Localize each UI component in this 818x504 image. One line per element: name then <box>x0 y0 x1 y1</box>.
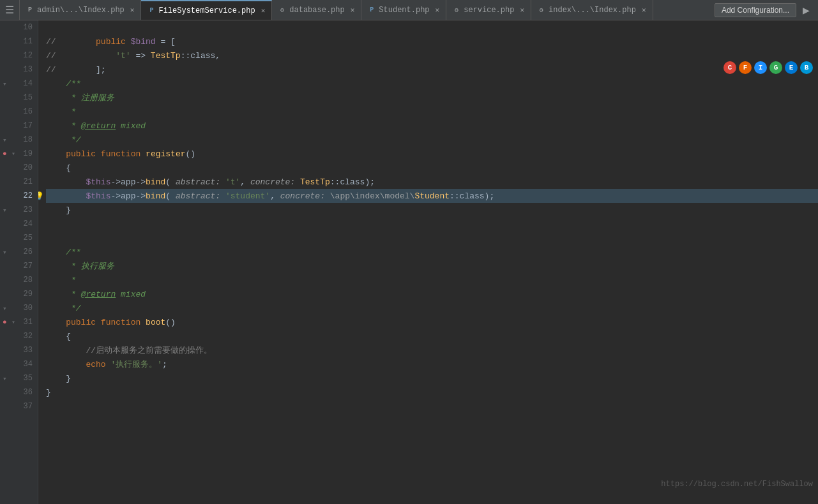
code-line-37 <box>46 399 818 413</box>
google-icon[interactable]: G <box>769 61 782 74</box>
line-number-25: 25 <box>0 231 38 245</box>
code-line-18: */ <box>46 133 818 147</box>
code-line-17: * @return mixed <box>46 119 818 133</box>
line-number-26: ▾ 26 <box>0 245 38 259</box>
sidebar-toggle[interactable]: ☰ <box>0 0 20 20</box>
tab-admin-index[interactable]: P admin\...\Index.php ✕ <box>20 0 141 20</box>
fold-icon-19[interactable]: ▾ <box>11 150 15 158</box>
tab-close-student[interactable]: ✕ <box>436 6 440 14</box>
line-number-17: 17 <box>0 119 38 133</box>
code-line-21: $this->app->bind( abstract: 't', concret… <box>46 175 818 189</box>
line-number-12: 12 <box>0 48 38 63</box>
tab-bar: ☰ P admin\...\Index.php ✕ P FileSystemSe… <box>0 0 653 20</box>
fold-icon-18[interactable]: ▾ <box>3 136 7 144</box>
watermark: https://blog.csdn.net/FishSwallow <box>661 480 813 489</box>
code-line-30: */ <box>46 301 818 315</box>
line-number-15: 15 <box>0 91 38 105</box>
line-number-23: ▾ 23 <box>0 203 38 217</box>
line-number-10: 10 <box>0 20 38 34</box>
code-line-24 <box>46 217 818 231</box>
line-number-11: 11 <box>0 34 38 48</box>
code-line-36: } <box>46 385 818 399</box>
code-line-12: // 't' => TestTp::class, <box>46 48 818 63</box>
tab-student[interactable]: P Student.php ✕ <box>361 0 446 20</box>
fold-icon-31[interactable]: ▾ <box>11 318 15 326</box>
tab-close-filesystem[interactable]: ✕ <box>261 6 266 15</box>
line-number-16: 16 <box>0 105 38 119</box>
code-line-15: * 注册服务 <box>46 91 818 105</box>
code-line-13: // ]; <box>46 63 818 77</box>
code-line-16: * <box>46 105 818 119</box>
code-line-20: { <box>46 161 818 175</box>
line-number-33: 33 <box>0 343 38 357</box>
code-line-22: 💡 $this->app->bind( abstract: 'student',… <box>46 189 818 203</box>
line-number-34: 34 <box>0 357 38 371</box>
top-bar: ☰ P admin\...\Index.php ✕ P FileSystemSe… <box>0 0 818 20</box>
code-line-26: /** <box>46 245 818 259</box>
php-icon: ⚙ <box>538 6 545 14</box>
tab-close-database[interactable]: ✕ <box>351 6 355 14</box>
editor: 10 11 12 13 ▾ 14 15 16 17 ▾ 18 ● ▾ 19 20… <box>0 20 818 504</box>
code-line-31: public function boot() <box>46 315 818 329</box>
code-editor[interactable]: // public $bind = [ // 't' => TestTp::cl… <box>38 20 818 504</box>
code-line-32: { <box>46 329 818 343</box>
line-number-35: ▾ 35 <box>0 371 38 385</box>
line-number-gutter: 10 11 12 13 ▾ 14 15 16 17 ▾ 18 ● ▾ 19 20… <box>0 20 38 504</box>
code-line-29: * @return mixed <box>46 287 818 301</box>
code-line-19: public function register() <box>46 147 818 161</box>
line-number-18: ▾ 18 <box>0 133 38 147</box>
fold-icon-23[interactable]: ▾ <box>3 206 7 214</box>
line-number-24: 24 <box>0 217 38 231</box>
line-number-21: 21 <box>0 175 38 189</box>
tab-close-index2[interactable]: ✕ <box>642 6 646 14</box>
tab-close-service[interactable]: ✕ <box>520 6 524 14</box>
code-line-10 <box>46 20 818 34</box>
line-number-20: 20 <box>0 161 38 175</box>
line-number-19: ● ▾ 19 <box>0 147 38 161</box>
tab-service[interactable]: ⚙ service.php ✕ <box>446 0 531 20</box>
php-icon: ⚙ <box>453 6 460 14</box>
toolbar-right: Add Configuration... ▶ <box>715 3 818 17</box>
line-number-36: 36 <box>0 385 38 399</box>
code-line-27: * 执行服务 <box>46 259 818 273</box>
tab-close-admin[interactable]: ✕ <box>130 6 135 14</box>
line-number-30: ▾ 30 <box>0 301 38 315</box>
code-line-14: /** <box>46 77 818 91</box>
fold-icon-35[interactable]: ▾ <box>3 374 7 383</box>
edge-icon[interactable]: E <box>785 61 798 74</box>
line-number-14: ▾ 14 <box>0 77 38 91</box>
code-line-33: //启动本服务之前需要做的操作。 <box>46 343 818 357</box>
php-icon: P <box>148 7 155 15</box>
ie-icon[interactable]: I <box>754 61 767 74</box>
browser-extra-icon[interactable]: B <box>800 61 813 74</box>
browser-icons-panel: C F I G E B <box>723 61 813 74</box>
code-line-35: } <box>46 371 818 385</box>
code-line-25 <box>46 231 818 245</box>
line-number-29: 29 <box>0 287 38 301</box>
line-number-27: 27 <box>0 259 38 273</box>
code-line-34: echo '执行服务。'; <box>46 357 818 371</box>
php-icon: P <box>26 6 34 14</box>
breakpoint-31[interactable]: ● <box>3 318 7 326</box>
fold-icon-26[interactable]: ▾ <box>3 248 7 256</box>
code-line-28: * <box>46 273 818 287</box>
tab-filesystem[interactable]: P FileSystemService.php ✕ <box>141 0 272 20</box>
lightbulb-icon[interactable]: 💡 <box>38 191 44 201</box>
code-line-11: // public $bind = [ <box>46 34 818 48</box>
fold-icon-30[interactable]: ▾ <box>3 304 7 313</box>
tab-database[interactable]: ⚙ database.php ✕ <box>272 0 361 20</box>
line-number-22: 22 <box>0 189 38 203</box>
firefox-icon[interactable]: F <box>739 61 752 74</box>
code-line-23: } <box>46 203 818 217</box>
php-icon: ⚙ <box>278 6 286 14</box>
tab-index2[interactable]: ⚙ index\...\Index.php ✕ <box>531 0 653 20</box>
add-configuration-button[interactable]: Add Configuration... <box>715 3 796 17</box>
run-button[interactable]: ▶ <box>799 3 813 17</box>
line-number-37: 37 <box>0 399 38 413</box>
chrome-icon[interactable]: C <box>723 61 736 74</box>
line-number-31: ● ▾ 31 <box>0 315 38 329</box>
fold-icon-14[interactable]: ▾ <box>3 80 7 88</box>
php-icon: P <box>368 6 375 14</box>
line-number-13: 13 <box>0 63 38 77</box>
breakpoint-19[interactable]: ● <box>3 150 7 158</box>
